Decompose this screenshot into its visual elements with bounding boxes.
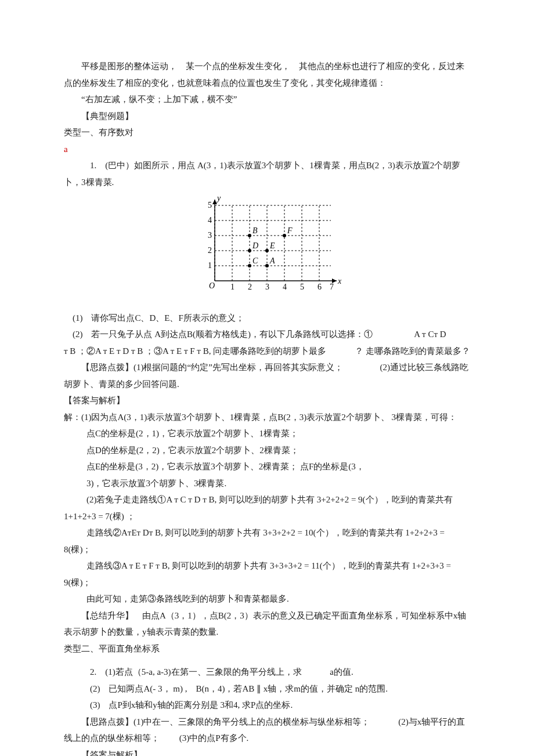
solution-2d: 由此可知，走第③条路线吃到的胡萝卜和青菜都最多. xyxy=(64,591,470,607)
solution-E: 点E的坐标是(3，2)，它表示放置3个胡萝卜、2棵青菜； 点F的坐标是(3， xyxy=(64,458,470,475)
solution-2a: (2)若兔子走走路线①A т C т D т B, 则可以吃到的胡萝卜共有 3+… xyxy=(64,491,470,525)
question-1-sub2-cont: т B ；②A т E т D т B ；③A т E т F т B, 问走哪… xyxy=(64,343,470,360)
coordinate-chart: 1 2 3 4 5 1 2 3 4 5 6 7 O x y A B C D E … xyxy=(64,194,470,304)
svg-text:E: E xyxy=(269,241,275,250)
svg-text:D: D xyxy=(252,241,258,250)
svg-text:1: 1 xyxy=(208,261,212,270)
grid-svg: 1 2 3 4 5 1 2 3 4 5 6 7 O x y A B C D E … xyxy=(192,194,342,298)
svg-text:7: 7 xyxy=(330,283,334,291)
hint-2a: 【思路点拨】(1)中在一、三象限的角平分线上的点的横坐标与纵坐标相等； xyxy=(81,717,370,726)
svg-point-31 xyxy=(248,234,251,237)
hint-1: 【思路点拨】(1)根据问题的“约定”先写出坐标，再回答其实际意义； (2)通过比… xyxy=(64,359,470,392)
svg-text:C: C xyxy=(252,256,258,265)
solution-C: 点C的坐标是(2，1)，它表示放置2个胡萝卜、1棵青菜； xyxy=(64,425,470,442)
q1-2-text-a: (2) 若一只兔子从点 A到达点B(顺着方格线走)，有以下几条路线可以选择：① xyxy=(73,330,373,339)
svg-text:5: 5 xyxy=(300,283,304,291)
q1-2-text-c: т B ；②A т E т D т B ；③A т E т F т B, 问走哪… xyxy=(64,346,326,356)
question-2-sub2: (2) 已知两点A(- 3， m) , B(n，4)，若AB ∥ x轴，求m的值… xyxy=(64,681,470,697)
answer-header-2: 【答案与解析】 xyxy=(64,747,470,757)
svg-text:O: O xyxy=(209,281,215,290)
solution-F: 3)，它表示放置3个胡萝卜、3棵青菜. xyxy=(64,475,470,492)
svg-point-29 xyxy=(265,264,269,267)
svg-text:A: A xyxy=(269,256,275,265)
q2-1a: 2. (1)若点（5-a, a-3)在第一、三象限的角平分线上，求 xyxy=(90,667,302,677)
hint-2c: (3)中的点P有多个. xyxy=(179,733,249,743)
svg-text:4: 4 xyxy=(208,216,212,225)
svg-text:B: B xyxy=(252,226,258,235)
svg-text:2: 2 xyxy=(248,283,252,291)
q1-2-route1: A т Cт D xyxy=(414,330,446,339)
red-a-marker: a xyxy=(64,141,470,158)
svg-point-35 xyxy=(248,249,251,252)
svg-text:3: 3 xyxy=(265,283,269,291)
svg-text:5: 5 xyxy=(208,201,212,209)
paragraph-rule: “右加左减，纵不变；上加下减，横不变” xyxy=(64,91,470,108)
question-2-sub1: 2. (1)若点（5-a, a-3)在第一、三象限的角平分线上，求 a的值. xyxy=(64,664,470,681)
svg-text:F: F xyxy=(287,226,293,235)
question-1-sub1: (1) 请你写出点C、D、E、F所表示的意义； xyxy=(64,310,470,327)
section-heading-examples: 【典型例题】 xyxy=(64,108,470,125)
svg-text:2: 2 xyxy=(208,246,212,255)
solution-1-line1: 解：(1)因为点A(3，1)表示放置3个胡萝卜、1棵青菜，点B(2，3)表示放置… xyxy=(64,409,470,426)
solution-D: 点D的坐标是(2，2)，它表示放置2个胡萝卜、2棵青菜； xyxy=(64,442,470,459)
paragraph-intro: 平移是图形的整体运动， 某一个点的坐标发生变化， 其他点的坐标也进行了相应的变化… xyxy=(64,58,470,91)
question-1-stem: 1. (巴中）如图所示，用点 A(3，1)表示放置3个胡萝卜、1棵青菜，用点B(… xyxy=(64,157,470,190)
question-1-sub2: (2) 若一只兔子从点 A到达点B(顺着方格线走)，有以下几条路线可以选择：① … xyxy=(64,326,470,343)
svg-text:4: 4 xyxy=(283,283,287,291)
q2-1b: a的值. xyxy=(330,667,353,677)
answer-header-1: 【答案与解析】 xyxy=(64,392,470,409)
svg-point-39 xyxy=(283,234,286,237)
solution-2c: 走路线③A т E т F т B, 则可以吃到的胡萝卜共有 3+3+3+2 =… xyxy=(64,558,470,591)
q1-2-text-d: ？ 走哪条路吃到的青菜最多？ xyxy=(355,346,470,356)
svg-text:x: x xyxy=(337,277,342,285)
question-2-sub3: (3) 点P到x轴和y轴的距离分别是 3和4, 求P点的坐标. xyxy=(64,697,470,714)
svg-text:3: 3 xyxy=(208,231,212,240)
hint-1a: 【思路点拨】(1)根据问题的“约定”先写出坐标，再回答其实际意义； xyxy=(81,363,343,372)
hint-2: 【思路点拨】(1)中在一、三象限的角平分线上的点的横坐标与纵坐标相等； (2)与… xyxy=(64,714,470,747)
svg-point-37 xyxy=(265,249,269,252)
svg-point-33 xyxy=(248,264,251,267)
summary-1: 【总结升华】 由点A（3，1），点B(2，3）表示的意义及已确定平面直角坐标系，… xyxy=(64,607,470,641)
svg-text:y: y xyxy=(216,194,221,202)
spacer xyxy=(64,657,470,664)
svg-text:6: 6 xyxy=(317,283,322,291)
svg-text:1: 1 xyxy=(230,283,234,291)
solution-2b: 走路线②AтEт Dт B, 则可以吃到的胡萝卜共有 3+3+2+2 = 10(… xyxy=(64,525,470,558)
type-heading-1: 类型一、有序数对 xyxy=(64,124,470,141)
type-heading-2: 类型二、平面直角坐标系 xyxy=(64,641,470,657)
